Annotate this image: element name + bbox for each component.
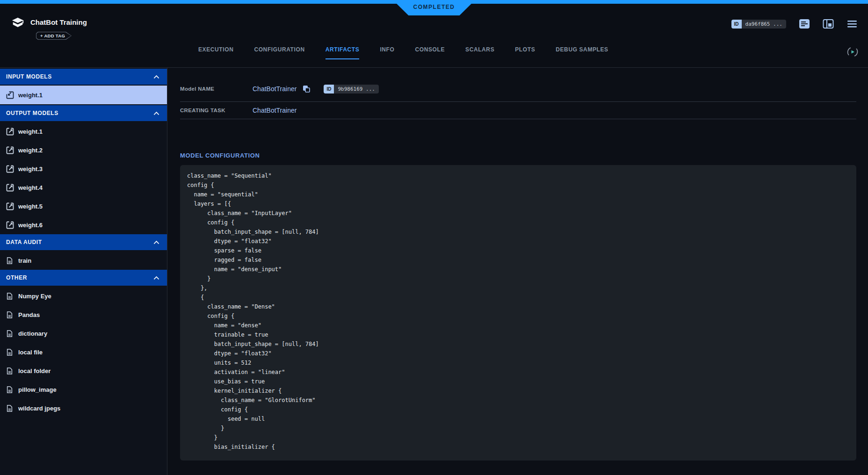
document-icon <box>6 257 14 265</box>
tab-bar: EXECUTIONCONFIGURATIONARTIFACTSINFOCONSO… <box>0 40 868 68</box>
output-model-icon <box>6 165 14 173</box>
output-model-icon <box>6 184 14 192</box>
model-name-link[interactable]: ChatBotTrainer <box>253 85 297 93</box>
sidebar-item-label: local file <box>18 349 43 356</box>
tab-info[interactable]: INFO <box>380 46 394 59</box>
tab-debug-samples[interactable]: DEBUG SAMPLES <box>556 46 608 59</box>
tab-console[interactable]: CONSOLE <box>415 46 445 59</box>
sidebar-item-weight.3[interactable]: weight.3 <box>0 159 167 178</box>
sidebar-item-label: weight.1 <box>18 92 43 99</box>
model-id-badge: ID 9b986169 ... <box>324 85 378 94</box>
section-header-output-models[interactable]: OUTPUT MODELS <box>0 105 167 121</box>
sidebar-item-local-file[interactable]: local file <box>0 343 167 361</box>
copy-icon[interactable] <box>302 85 311 93</box>
document-icon <box>6 348 14 356</box>
sidebar-item-train[interactable]: train <box>0 251 167 270</box>
sidebar-item-weight.1[interactable]: weight.1 <box>0 86 167 104</box>
add-tag-label: + ADD TAG <box>36 32 71 39</box>
sidebar-item-label: weight.2 <box>18 147 43 154</box>
section-header-other[interactable]: OTHER <box>0 270 167 286</box>
document-icon <box>6 404 14 412</box>
sidebar-item-label: weight.3 <box>18 166 43 173</box>
sidebar-item-numpy-eye[interactable]: Numpy Eye <box>0 287 167 305</box>
section-header-data-audit[interactable]: DATA AUDIT <box>0 234 167 250</box>
sidebar-item-label: weight.4 <box>18 184 43 191</box>
creating-task-link[interactable]: ChatBotTrainer <box>253 107 297 114</box>
id-chip: ID <box>731 20 742 29</box>
sidebar-item-weight.5[interactable]: weight.5 <box>0 197 167 216</box>
model-configuration-code-block: class_name = "Sequential" config { name … <box>180 165 856 461</box>
document-icon <box>6 367 14 375</box>
model-name-label: Model NAME <box>180 86 253 92</box>
input-model-icon <box>6 91 14 99</box>
section-title: OTHER <box>6 274 27 281</box>
menu-icon[interactable] <box>846 19 858 29</box>
chevron-up-icon <box>153 109 159 117</box>
model-configuration-title: MODEL CONFIGURATION <box>180 152 856 159</box>
artifacts-sidebar: INPUT MODELSweight.1OUTPUT MODELSweight.… <box>0 68 167 475</box>
tab-execution[interactable]: EXECUTION <box>198 46 233 59</box>
tab-scalars[interactable]: SCALARS <box>465 46 494 59</box>
document-icon <box>6 386 14 394</box>
chevron-up-icon <box>153 72 159 81</box>
sidebar-item-label: weight.5 <box>18 203 43 210</box>
section-title: DATA AUDIT <box>6 239 42 245</box>
tabs: EXECUTIONCONFIGURATIONARTIFACTSINFOCONSO… <box>198 40 608 59</box>
sidebar-item-pandas[interactable]: Pandas <box>0 305 167 324</box>
model-id-value: 9b986169 ... <box>334 85 378 94</box>
sidebar-item-label: train <box>18 257 31 264</box>
sidebar-item-pillow_image[interactable]: pillow_image <box>0 380 167 399</box>
chevron-up-icon <box>153 273 159 282</box>
document-icon <box>6 330 14 338</box>
model-configuration-code: class_name = "Sequential" config { name … <box>187 171 849 452</box>
sidebar-item-wildcard-jpegs[interactable]: wildcard jpegs <box>0 399 167 417</box>
section-title: OUTPUT MODELS <box>6 110 58 116</box>
sidebar-item-weight.2[interactable]: weight.2 <box>0 141 167 159</box>
sidebar-item-dictionary[interactable]: dictionary <box>0 324 167 343</box>
section-title: INPUT MODELS <box>6 73 52 80</box>
output-model-icon <box>6 128 14 136</box>
tab-configuration[interactable]: CONFIGURATION <box>254 46 304 59</box>
tab-plots[interactable]: PLOTS <box>515 46 535 59</box>
sidebar-item-local-folder[interactable]: local folder <box>0 361 167 380</box>
page-title: ChatBot Training <box>30 18 87 26</box>
split-view-icon[interactable] <box>823 19 834 29</box>
sidebar-item-label: wildcard jpegs <box>18 405 60 412</box>
artifact-details: Model NAME ChatBotTrainer ID 9b986169 ..… <box>167 68 868 475</box>
output-model-icon <box>6 221 14 229</box>
document-icon <box>6 311 14 319</box>
document-icon <box>6 292 14 300</box>
output-model-icon <box>6 146 14 154</box>
sidebar-item-label: weight.6 <box>18 222 43 229</box>
sidebar-item-label: Pandas <box>18 311 40 318</box>
experiment-id-badge: ID da96f865 ... <box>731 20 786 29</box>
tab-artifacts[interactable]: ARTIFACTS <box>326 46 360 59</box>
sidebar-item-label: Numpy Eye <box>18 293 51 300</box>
output-model-icon <box>6 202 14 210</box>
sidebar-item-label: dictionary <box>18 330 47 337</box>
creating-task-label: CREATING TASK <box>180 108 253 113</box>
sidebar-item-weight.6[interactable]: weight.6 <box>0 216 167 234</box>
section-header-input-models[interactable]: INPUT MODELS <box>0 69 167 85</box>
sidebar-item-label: weight.1 <box>18 128 43 135</box>
app-logo-icon <box>11 16 25 30</box>
sidebar-item-label: pillow_image <box>18 386 57 393</box>
sidebar-item-label: local folder <box>18 367 51 374</box>
details-panel-icon[interactable] <box>799 19 810 29</box>
model-id-chip: ID <box>324 85 334 94</box>
id-value: da96f865 ... <box>742 20 786 29</box>
add-tag-button[interactable]: + ADD TAG <box>36 32 72 40</box>
sidebar-item-weight.1[interactable]: weight.1 <box>0 122 167 141</box>
auto-refresh-icon[interactable] <box>846 46 859 58</box>
sidebar-item-weight.4[interactable]: weight.4 <box>0 178 167 197</box>
chevron-up-icon <box>153 238 159 246</box>
